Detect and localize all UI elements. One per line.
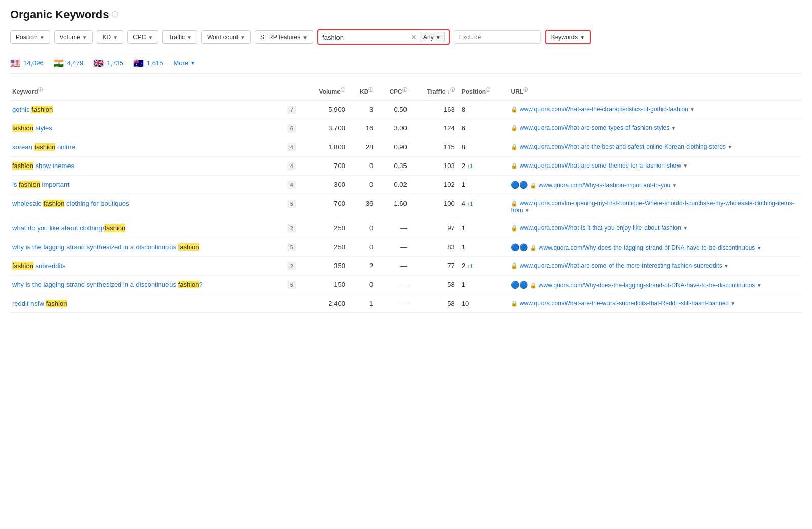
search-box[interactable]: ✕ Any ▼ <box>317 29 450 45</box>
col-header-keyword[interactable]: Keywordⓘ <box>10 83 282 100</box>
country-stat[interactable]: 🇦🇺1,615 <box>133 58 163 68</box>
filter-arrow-volume: ▼ <box>82 35 87 40</box>
position-value: 8 <box>462 143 465 151</box>
table-row: reddit nsfw fashion2,4001—5810🔒 www.quor… <box>10 294 802 313</box>
filter-label-traffic: Traffic <box>168 34 185 41</box>
url-cell[interactable]: 🔒 www.quora.com/What-are-some-of-the-mor… <box>509 257 802 276</box>
keyword-text: what do you like about clothing/ <box>12 224 104 232</box>
keyword-cell[interactable]: korean fashion online <box>10 138 282 157</box>
keyword-cell[interactable]: fashion styles <box>10 119 282 138</box>
filter-btn-kd[interactable]: KD▼ <box>97 30 124 44</box>
word-count-cell: 5 <box>282 238 304 257</box>
col-header-volume[interactable]: Volumeⓘ <box>304 83 350 100</box>
url-link[interactable]: www.quora.com/Im-opening-my-first-boutiq… <box>511 200 794 214</box>
position-value: 2 <box>462 262 465 270</box>
url-cell[interactable]: 🔒 www.quora.com/What-are-the-best-and-sa… <box>509 138 802 157</box>
url-link[interactable]: www.quora.com/What-are-the-best-and-safe… <box>520 143 726 150</box>
url-cell[interactable]: 🔵🔵🔒 www.quora.com/Why-is-fashion-importa… <box>509 176 802 194</box>
word-count-badge: 2 <box>287 224 296 233</box>
cpc-cell: 3.00 <box>378 119 412 138</box>
filter-btn-serp_features[interactable]: SERP features▼ <box>255 30 313 44</box>
table-row: why is the lagging strand synthesized in… <box>10 276 802 294</box>
url-cell[interactable]: 🔒 www.quora.com/Im-opening-my-first-bout… <box>509 194 802 219</box>
url-arrow-icon[interactable]: ▼ <box>690 107 695 112</box>
col-header-cpc[interactable]: CPCⓘ <box>378 83 412 100</box>
url-cell[interactable]: 🔒 www.quora.com/What-are-some-themes-for… <box>509 157 802 176</box>
url-cell[interactable]: 🔒 www.quora.com/What-are-the-worst-subre… <box>509 294 802 313</box>
url-arrow-icon[interactable]: ▼ <box>683 163 688 169</box>
url-cell[interactable]: 🔒 www.quora.com/What-are-some-types-of-f… <box>509 119 802 138</box>
table-row: gothic fashion75,90030.501638🔒 www.quora… <box>10 100 802 119</box>
filter-btn-traffic[interactable]: Traffic▼ <box>162 30 197 44</box>
url-cell[interactable]: 🔵🔵🔒 www.quora.com/Why-does-the-lagging-s… <box>509 276 802 294</box>
kd-cell: 1 <box>350 294 378 313</box>
keyword-cell[interactable]: fashion show themes <box>10 157 282 176</box>
keyword-cell[interactable]: fashion subreddits <box>10 257 282 276</box>
country-stat[interactable]: 🇮🇳4,479 <box>54 58 84 68</box>
col-header-url[interactable]: URLⓘ <box>509 83 802 100</box>
url-link[interactable]: www.quora.com/Why-does-the-lagging-stran… <box>539 244 755 251</box>
keyword-cell[interactable]: reddit nsfw fashion <box>10 294 282 313</box>
url-cell[interactable]: 🔵🔵🔒 www.quora.com/Why-does-the-lagging-s… <box>509 238 802 257</box>
url-link[interactable]: www.quora.com/Why-is-fashion-important-t… <box>539 182 670 189</box>
keyword-cell[interactable]: gothic fashion <box>10 100 282 119</box>
word-count-badge: 6 <box>287 124 296 133</box>
col-header-kd[interactable]: KDⓘ <box>350 83 378 100</box>
cpc-cell: 0.02 <box>378 176 412 194</box>
filter-arrow-kd: ▼ <box>113 35 118 40</box>
exclude-input[interactable] <box>454 30 541 44</box>
filter-btn-position[interactable]: Position▼ <box>10 30 50 44</box>
keyword-text: reddit nsfw <box>12 300 46 307</box>
url-arrow-icon[interactable]: ▼ <box>727 144 732 150</box>
url-link[interactable]: www.quora.com/What-are-some-themes-for-a… <box>520 162 681 169</box>
keyword-text: why is the lagging strand synthesized in… <box>12 243 178 251</box>
keyword-cell[interactable]: is fashion important <box>10 176 282 194</box>
url-arrow-icon[interactable]: ▼ <box>730 301 735 306</box>
url-cell[interactable]: 🔒 www.quora.com/What-are-the-characteris… <box>509 100 802 119</box>
keyword-cell[interactable]: why is the lagging strand synthesized in… <box>10 238 282 257</box>
keyword-cell[interactable]: wholesale fashion clothing for boutiques <box>10 194 282 219</box>
keyword-highlight: fashion <box>12 124 33 132</box>
url-arrow-icon[interactable]: ▼ <box>757 283 762 288</box>
filters-row: Position▼Volume▼KD▼CPC▼Traffic▼Word coun… <box>10 29 802 45</box>
country-stat[interactable]: 🇺🇸14,096 <box>10 58 44 68</box>
url-arrow-icon[interactable]: ▼ <box>683 225 688 231</box>
any-dropdown[interactable]: Any ▼ <box>420 32 445 42</box>
col-header-position[interactable]: Positionⓘ <box>460 83 509 100</box>
col-header-traffic[interactable]: Traffic ↓ⓘ <box>412 83 460 100</box>
url-link[interactable]: www.quora.com/What-are-the-characteristi… <box>520 106 688 113</box>
url-link[interactable]: www.quora.com/What-are-some-of-the-more-… <box>520 262 722 269</box>
word-count-cell: 5 <box>282 194 304 219</box>
filter-btn-volume[interactable]: Volume▼ <box>54 30 93 44</box>
url-arrow-icon[interactable]: ▼ <box>671 125 676 131</box>
search-input[interactable] <box>322 34 408 41</box>
filter-btn-word_count[interactable]: Word count▼ <box>201 30 251 44</box>
traffic-cell: 77 <box>412 257 460 276</box>
position-cell: 1 <box>460 276 509 294</box>
serp-icon: 🔵🔵 <box>511 243 528 251</box>
keywords-dropdown[interactable]: Keywords ▼ <box>545 30 591 44</box>
keyword-cell[interactable]: why is the lagging strand synthesized in… <box>10 276 282 294</box>
country-stat[interactable]: 🇬🇧1,735 <box>93 58 123 68</box>
lock-icon: 🔒 <box>511 125 518 131</box>
keyword-text: show themes <box>33 162 74 170</box>
filter-label-volume: Volume <box>60 34 80 41</box>
url-arrow-icon[interactable]: ▼ <box>672 183 678 188</box>
more-button[interactable]: More ▼ <box>173 59 195 67</box>
url-link[interactable]: www.quora.com/What-is-it-that-you-enjoy-… <box>520 224 681 232</box>
url-arrow-icon[interactable]: ▼ <box>724 263 729 269</box>
clear-search-icon[interactable]: ✕ <box>411 33 417 41</box>
keyword-cell[interactable]: what do you like about clothing/fashion <box>10 219 282 238</box>
url-link[interactable]: www.quora.com/What-are-some-types-of-fas… <box>520 124 669 131</box>
keyword-highlight: fashion <box>178 243 199 251</box>
url-link[interactable]: www.quora.com/What-are-the-worst-subredd… <box>520 300 729 307</box>
position-cell: 8 <box>460 138 509 157</box>
kd-cell: 16 <box>350 119 378 138</box>
volume-cell: 300 <box>304 176 350 194</box>
url-arrow-icon[interactable]: ▼ <box>525 208 530 213</box>
url-arrow-icon[interactable]: ▼ <box>757 245 762 251</box>
url-cell[interactable]: 🔒 www.quora.com/What-is-it-that-you-enjo… <box>509 219 802 238</box>
filter-btn-cpc[interactable]: CPC▼ <box>127 30 158 44</box>
url-link[interactable]: www.quora.com/Why-does-the-lagging-stran… <box>539 282 755 289</box>
keyword-text: important <box>40 181 70 188</box>
